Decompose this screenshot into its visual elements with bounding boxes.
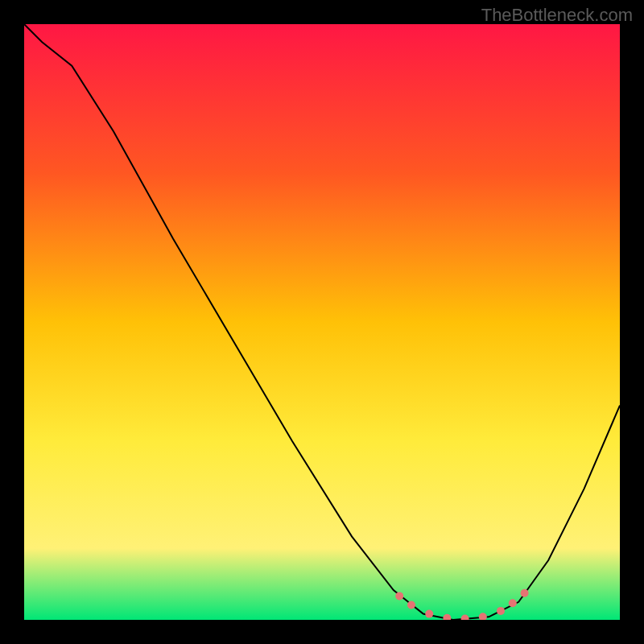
trough-marker-dot [521,589,529,597]
trough-marker-dot [509,599,517,607]
trough-marker-dot [425,610,433,618]
chart-container [24,24,620,620]
curve-overlay [24,24,620,620]
trough-marker-dot [497,607,505,615]
trough-marker-dot [395,592,403,600]
trough-marker-dot [479,613,487,620]
trough-markers-group [395,589,528,620]
watermark-text: TheBottleneck.com [481,5,633,26]
trough-marker-dot [443,614,451,620]
bottleneck-curve [24,24,620,620]
trough-marker-dot [461,615,469,621]
trough-marker-dot [407,601,415,609]
